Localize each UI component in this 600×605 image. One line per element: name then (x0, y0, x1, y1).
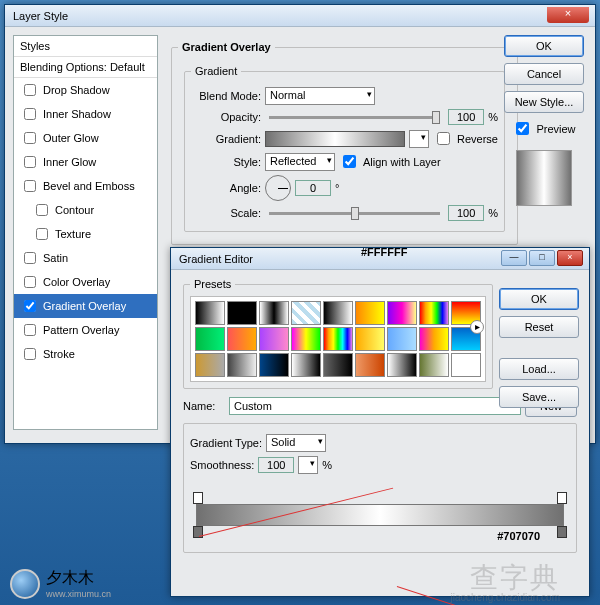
align-checkbox[interactable]: Align with Layer (339, 152, 441, 171)
close-icon[interactable]: × (547, 7, 589, 23)
ge-title: Gradient Editor (179, 253, 253, 265)
smoothness-arrow[interactable] (298, 456, 318, 474)
preset-swatch[interactable] (291, 353, 321, 377)
bg-watermark-sub: jiaocheng.chazidian.com (450, 592, 560, 603)
section-title: Gradient Overlay (178, 41, 275, 53)
type-dropdown[interactable]: Solid (266, 434, 326, 452)
color-gray-label: #707070 (497, 530, 540, 542)
angle-dial[interactable] (265, 175, 291, 201)
ge-ok-button[interactable]: OK (499, 288, 579, 310)
styles-list: Styles Blending Options: Default Drop Sh… (13, 35, 158, 430)
opacity-stop-left[interactable] (193, 492, 203, 504)
presets-menu-icon[interactable]: ▸ (470, 320, 484, 334)
preset-swatch[interactable] (195, 301, 225, 325)
style-item-pattern-overlay[interactable]: Pattern Overlay (14, 318, 157, 342)
opacity-label: Opacity: (191, 111, 261, 123)
preset-swatch[interactable] (323, 353, 353, 377)
presets-label: Presets (190, 278, 235, 290)
preset-swatch[interactable] (259, 327, 289, 351)
preset-swatch[interactable] (355, 353, 385, 377)
gradient-overlay-panel: Gradient Overlay Gradient Blend Mode: No… (165, 35, 500, 251)
style-item-satin[interactable]: Satin (14, 246, 157, 270)
gradient-label: Gradient: (191, 133, 261, 145)
preview-checkbox[interactable]: Preview (512, 119, 575, 138)
angle-value[interactable]: 0 (295, 180, 331, 196)
preset-swatch[interactable] (291, 301, 321, 325)
preset-swatch[interactable] (387, 301, 417, 325)
preset-swatch[interactable] (355, 301, 385, 325)
percent-label: % (488, 207, 498, 219)
smoothness-value[interactable]: 100 (258, 457, 294, 473)
minimize-icon[interactable]: — (501, 250, 527, 266)
preset-swatch[interactable] (419, 301, 449, 325)
percent-label: % (322, 459, 332, 471)
preset-swatch[interactable] (323, 301, 353, 325)
footer-logo-icon (10, 569, 40, 599)
opacity-slider[interactable] (269, 116, 440, 119)
style-item-bevel-and-emboss[interactable]: Bevel and Emboss (14, 174, 157, 198)
styles-header[interactable]: Styles (14, 36, 157, 57)
degree-label: ° (335, 182, 339, 194)
opacity-stop-right[interactable] (557, 492, 567, 504)
angle-label: Angle: (191, 182, 261, 194)
preset-swatch[interactable] (323, 327, 353, 351)
scale-label: Scale: (191, 207, 261, 219)
style-item-gradient-overlay[interactable]: Gradient Overlay (14, 294, 157, 318)
style-item-outer-glow[interactable]: Outer Glow (14, 126, 157, 150)
gradient-preview[interactable] (265, 131, 405, 147)
scale-slider[interactable] (269, 212, 440, 215)
presets-grid (190, 296, 486, 382)
preset-swatch[interactable] (419, 327, 449, 351)
close-icon[interactable]: × (557, 250, 583, 266)
style-item-contour[interactable]: Contour (14, 198, 157, 222)
preset-swatch[interactable] (259, 301, 289, 325)
preset-swatch[interactable] (355, 327, 385, 351)
window-title: Layer Style (13, 10, 68, 22)
name-label: Name: (183, 400, 225, 412)
ok-button[interactable]: OK (504, 35, 584, 57)
style-item-inner-glow[interactable]: Inner Glow (14, 150, 157, 174)
style-item-inner-shadow[interactable]: Inner Shadow (14, 102, 157, 126)
style-item-stroke[interactable]: Stroke (14, 342, 157, 366)
percent-label: % (488, 111, 498, 123)
ge-load-button[interactable]: Load... (499, 358, 579, 380)
titlebar[interactable]: Layer Style × (5, 5, 595, 27)
reverse-checkbox[interactable]: Reverse (433, 129, 498, 148)
preset-swatch[interactable] (451, 353, 481, 377)
preset-swatch[interactable] (227, 353, 257, 377)
cancel-button[interactable]: Cancel (504, 63, 584, 85)
style-item-texture[interactable]: Texture (14, 222, 157, 246)
preset-swatch[interactable] (195, 327, 225, 351)
ge-reset-button[interactable]: Reset (499, 316, 579, 338)
style-item-drop-shadow[interactable]: Drop Shadow (14, 78, 157, 102)
subsection-title: Gradient (191, 65, 241, 77)
scale-value[interactable]: 100 (448, 205, 484, 221)
maximize-icon[interactable]: □ (529, 250, 555, 266)
gradient-bar[interactable] (196, 504, 564, 526)
footer-text: 夕木木 (46, 568, 111, 589)
blending-header[interactable]: Blending Options: Default (14, 57, 157, 78)
footer-url: www.ximumu.cn (46, 589, 111, 599)
button-column: OK Cancel New Style... Preview (501, 35, 587, 206)
ge-button-column: OK Reset Load... Save... (499, 288, 579, 408)
new-style-button[interactable]: New Style... (504, 91, 584, 113)
preset-swatch[interactable] (387, 327, 417, 351)
style-label: Style: (191, 156, 261, 168)
preset-swatch[interactable] (259, 353, 289, 377)
preset-swatch[interactable] (291, 327, 321, 351)
style-dropdown[interactable]: Reflected (265, 153, 335, 171)
opacity-value[interactable]: 100 (448, 109, 484, 125)
style-item-color-overlay[interactable]: Color Overlay (14, 270, 157, 294)
name-input[interactable] (229, 397, 521, 415)
ge-save-button[interactable]: Save... (499, 386, 579, 408)
preset-swatch[interactable] (227, 301, 257, 325)
preset-swatch[interactable] (227, 327, 257, 351)
blend-mode-label: Blend Mode: (191, 90, 261, 102)
preset-swatch[interactable] (195, 353, 225, 377)
preview-swatch (516, 150, 572, 206)
gradient-dropdown-arrow[interactable] (409, 130, 429, 148)
preset-swatch[interactable] (419, 353, 449, 377)
blend-mode-dropdown[interactable]: Normal (265, 87, 375, 105)
gradient-editor-window: Gradient Editor — □ × Presets ▸ OK Reset… (170, 247, 590, 597)
preset-swatch[interactable] (387, 353, 417, 377)
